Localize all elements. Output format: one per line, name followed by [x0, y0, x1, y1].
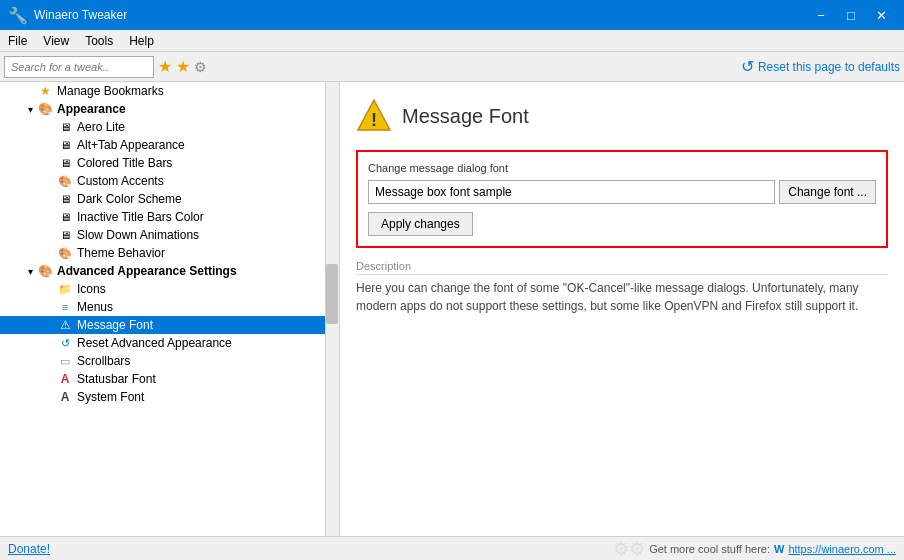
sidebar-item-label: System Font	[77, 390, 144, 404]
sidebar-item-label: Alt+Tab Appearance	[77, 138, 185, 152]
description-text: Here you can change the font of some "OK…	[356, 279, 888, 315]
menu-icon: ≡	[56, 300, 74, 314]
font-sample-input[interactable]	[368, 180, 775, 204]
winaero-link[interactable]: https://winaero.com ...	[788, 543, 896, 555]
sidebar-item-icons[interactable]: 📁 Icons	[0, 280, 339, 298]
sidebar-item-label: Appearance	[57, 102, 126, 116]
expand-icon: ▾	[24, 266, 36, 277]
sidebar-item-label: Reset Advanced Appearance	[77, 336, 232, 350]
menu-file[interactable]: File	[0, 30, 35, 51]
monitor-icon: 🖥	[56, 156, 74, 170]
monitor-icon: 🖥	[56, 210, 74, 224]
sidebar-item-label: Manage Bookmarks	[57, 84, 164, 98]
reset-page-button[interactable]: ↺ Reset this page to defaults	[741, 57, 900, 76]
sidebar-item-colored-bars[interactable]: 🖥 Colored Title Bars	[0, 154, 339, 172]
svg-text:!: !	[371, 110, 377, 130]
sidebar-item-aero-lite[interactable]: 🖥 Aero Lite	[0, 118, 339, 136]
colorful-icon: 🎨	[36, 264, 54, 278]
statusbar-right-text: Get more cool stuff here:	[649, 543, 770, 555]
sidebar-item-message-font[interactable]: ⚠ Message Font	[0, 316, 339, 334]
menubar: File View Tools Help	[0, 30, 904, 52]
font-a-icon: A	[56, 372, 74, 386]
content-header: ! Message Font	[356, 98, 888, 134]
sidebar-item-label: Inactive Title Bars Color	[77, 210, 204, 224]
monitor-icon: 🖥	[56, 120, 74, 134]
statusbar: Donate! ⚙⚙ Get more cool stuff here: W h…	[0, 536, 904, 560]
sidebar-item-bookmarks[interactable]: ★ Manage Bookmarks	[0, 82, 339, 100]
sidebar-item-label: Colored Title Bars	[77, 156, 172, 170]
sidebar-item-label: Slow Down Animations	[77, 228, 199, 242]
description-section: Description Here you can change the font…	[356, 260, 888, 315]
sidebar-item-menus[interactable]: ≡ Menus	[0, 298, 339, 316]
change-font-button[interactable]: Change font ...	[779, 180, 876, 204]
description-header: Description	[356, 260, 888, 275]
close-button[interactable]: ✕	[866, 0, 896, 30]
content-title: Message Font	[402, 105, 529, 128]
titlebar-title: Winaero Tweaker	[34, 8, 127, 22]
warning-icon-large: !	[356, 98, 392, 134]
main-layout: ★ Manage Bookmarks ▾ 🎨 Appearance 🖥 Aero…	[0, 82, 904, 536]
sidebar-item-reset-advanced[interactable]: ↺ Reset Advanced Appearance	[0, 334, 339, 352]
titlebar: 🔧 Winaero Tweaker − □ ✕	[0, 0, 904, 30]
gear-icon[interactable]: ⚙	[194, 59, 207, 75]
maximize-button[interactable]: □	[836, 0, 866, 30]
sidebar-item-alttab[interactable]: 🖥 Alt+Tab Appearance	[0, 136, 339, 154]
viarum-logo: ⚙⚙	[613, 538, 645, 560]
sidebar-item-advanced[interactable]: ▾ 🎨 Advanced Appearance Settings	[0, 262, 339, 280]
expand-icon: ▾	[24, 104, 36, 115]
sidebar-item-inactive-bars[interactable]: 🖥 Inactive Title Bars Color	[0, 208, 339, 226]
sidebar-item-dark-color[interactable]: 🖥 Dark Color Scheme	[0, 190, 339, 208]
font-sys-icon: A	[56, 390, 74, 404]
reset-icon: ↺	[741, 57, 754, 76]
sidebar-item-label: Advanced Appearance Settings	[57, 264, 237, 278]
folder-icon: 📁	[56, 282, 74, 296]
sidebar-item-custom-accents[interactable]: 🎨 Custom Accents	[0, 172, 339, 190]
star-icon-2[interactable]: ★	[176, 57, 190, 76]
sidebar-item-label: Custom Accents	[77, 174, 164, 188]
apply-changes-button[interactable]: Apply changes	[368, 212, 473, 236]
sidebar-item-label: Icons	[77, 282, 106, 296]
scrollbar-thumb[interactable]	[326, 264, 338, 324]
reset-label: Reset this page to defaults	[758, 60, 900, 74]
warning-icon: ⚠	[56, 318, 74, 332]
minimize-button[interactable]: −	[806, 0, 836, 30]
search-input[interactable]	[4, 56, 154, 78]
star-icon: ★	[36, 84, 54, 98]
sidebar-item-label: Dark Color Scheme	[77, 192, 182, 206]
menu-help[interactable]: Help	[121, 30, 162, 51]
sidebar-item-label: Menus	[77, 300, 113, 314]
refresh-icon: ↺	[56, 336, 74, 350]
monitor-icon: 🖥	[56, 138, 74, 152]
titlebar-left: 🔧 Winaero Tweaker	[8, 6, 127, 25]
sidebar-item-label: Aero Lite	[77, 120, 125, 134]
sidebar: ★ Manage Bookmarks ▾ 🎨 Appearance 🖥 Aero…	[0, 82, 340, 536]
colorful-icon: 🎨	[56, 246, 74, 260]
titlebar-controls: − □ ✕	[806, 0, 896, 30]
sidebar-item-label: Statusbar Font	[77, 372, 156, 386]
app-icon: 🔧	[8, 6, 28, 25]
sidebar-item-system-font[interactable]: A System Font	[0, 388, 339, 406]
sidebar-item-statusbar-font[interactable]: A Statusbar Font	[0, 370, 339, 388]
change-font-box: Change message dialog font Change font .…	[356, 150, 888, 248]
scroll-icon: ▭	[56, 354, 74, 368]
sidebar-item-label: Scrollbars	[77, 354, 130, 368]
sidebar-scrollbar[interactable]	[325, 82, 339, 536]
star-icon-1[interactable]: ★	[158, 57, 172, 76]
sidebar-item-theme-behavior[interactable]: 🎨 Theme Behavior	[0, 244, 339, 262]
colorful-icon: 🎨	[36, 102, 54, 116]
monitor-icon: 🖥	[56, 192, 74, 206]
monitor-icon: 🖥	[56, 228, 74, 242]
content-area: ! Message Font Change message dialog fon…	[340, 82, 904, 536]
sidebar-item-scrollbars[interactable]: ▭ Scrollbars	[0, 352, 339, 370]
palette-icon: 🎨	[56, 174, 74, 188]
menu-view[interactable]: View	[35, 30, 77, 51]
font-sample-row: Change font ...	[368, 180, 876, 204]
sidebar-item-appearance[interactable]: ▾ 🎨 Appearance	[0, 100, 339, 118]
sidebar-item-slow-anim[interactable]: 🖥 Slow Down Animations	[0, 226, 339, 244]
toolbar: ★ ★ ⚙ ↺ Reset this page to defaults	[0, 52, 904, 82]
change-font-label: Change message dialog font	[368, 162, 876, 174]
sidebar-item-label: Message Font	[77, 318, 153, 332]
winaero-icon: W	[774, 543, 784, 555]
donate-link[interactable]: Donate!	[8, 542, 50, 556]
menu-tools[interactable]: Tools	[77, 30, 121, 51]
